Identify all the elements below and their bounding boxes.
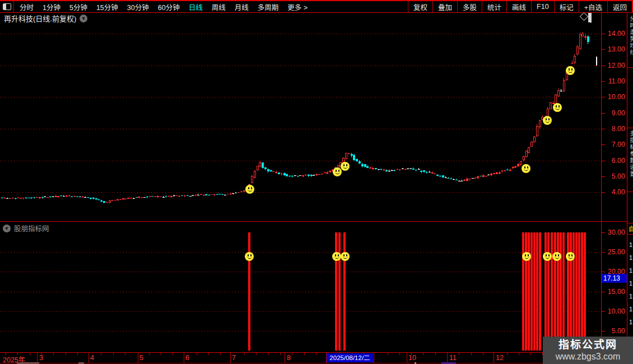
candle <box>46 197 49 198</box>
candle <box>324 172 326 173</box>
candle <box>321 174 323 174</box>
indicator-label-5.00: 5.00 <box>606 327 625 335</box>
menu-button-5[interactable]: 画线 <box>506 1 531 12</box>
candle <box>487 175 490 175</box>
menu-button-6[interactable]: F10 <box>531 1 554 12</box>
candle <box>87 197 89 198</box>
candle <box>463 180 466 181</box>
smiley-mouth <box>545 119 550 123</box>
chevron-down-icon[interactable]: ▼ <box>80 15 87 22</box>
menu-button-2[interactable]: 叠加 <box>432 1 457 12</box>
tab-timeframe-4[interactable]: 15分钟 <box>92 2 123 12</box>
candle <box>420 171 422 172</box>
tab-timeframe-7[interactable]: 日线 <box>184 2 207 12</box>
tab-timeframe-1[interactable]: 分时 <box>15 2 38 12</box>
indicator-panel[interactable] <box>0 232 601 352</box>
panel-separator-line <box>0 221 627 222</box>
signal-bar <box>533 232 536 351</box>
menu-button-8[interactable]: +自选 <box>579 1 607 12</box>
candle <box>313 175 315 176</box>
candle <box>299 175 301 176</box>
indicator-gridline <box>0 311 601 312</box>
week-tick <box>77 353 78 355</box>
chevron-down-icon[interactable]: ▼ <box>3 225 11 232</box>
indicator-value-box: 17.13 <box>602 274 627 283</box>
candle <box>33 197 35 198</box>
clipped-quote-digit: 1 <box>629 280 632 287</box>
tab-timeframe-6[interactable]: 60分钟 <box>153 2 184 12</box>
tab-timeframe-10[interactable]: 多周期 <box>253 2 283 12</box>
candle <box>73 196 76 197</box>
menu-button-4[interactable]: 统计 <box>482 1 506 12</box>
candle <box>512 167 514 168</box>
price-gridline <box>0 66 601 66</box>
candle <box>257 166 259 170</box>
candle <box>173 195 175 196</box>
candle <box>426 172 428 173</box>
candle <box>504 170 506 171</box>
signal-bar <box>335 232 337 351</box>
tab-timeframe-5[interactable]: 30分钟 <box>123 2 153 12</box>
candle <box>259 162 261 166</box>
timeframe-menu: 分时1分钟5分钟15分钟30分钟60分钟日线周线月线多周期更多 > <box>14 2 312 12</box>
candle <box>68 195 71 196</box>
layout-toggle-button[interactable] <box>0 1 14 12</box>
candle <box>383 170 385 170</box>
price-gridline <box>0 161 601 161</box>
candle <box>378 169 380 170</box>
menu-button-3[interactable]: 多股 <box>457 1 482 12</box>
candle <box>181 195 183 196</box>
tab-timeframe-3[interactable]: 5分钟 <box>65 2 92 12</box>
candle <box>30 198 32 198</box>
candlestick-chart[interactable] <box>0 11 601 221</box>
candle <box>399 170 401 170</box>
menu-button-9[interactable]: 返回 <box>607 1 632 12</box>
right-sidebar-strip[interactable]: 分时走势均线多指标参数设置自1111111 <box>627 0 633 364</box>
candle <box>187 195 189 197</box>
sidebar-tab-1[interactable]: 分时走势均线 <box>629 16 633 66</box>
candle <box>480 176 482 176</box>
sidebar-tab-2[interactable]: 多指标参数设置 <box>629 130 633 190</box>
tab-timeframe-2[interactable]: 1分钟 <box>38 2 65 12</box>
week-tick <box>304 353 305 355</box>
menu-button-1[interactable]: 复权 <box>408 1 432 12</box>
smiley-signal-icon <box>522 252 531 261</box>
axis-tick <box>602 113 605 114</box>
candle <box>218 194 221 194</box>
smiley-signal-icon <box>245 252 254 261</box>
candle <box>509 170 511 171</box>
price-label-8.00: 8.00 <box>606 125 625 133</box>
candle <box>100 200 103 202</box>
week-tick <box>280 353 281 355</box>
candle <box>189 196 192 197</box>
candle <box>539 120 541 127</box>
smiley-mouth <box>247 255 252 259</box>
tab-timeframe-8[interactable]: 周线 <box>207 2 230 12</box>
clipped-quote-digit: 1 <box>629 319 632 325</box>
candle <box>114 200 116 200</box>
smiley-signal-icon <box>245 185 254 194</box>
candle <box>3 198 6 198</box>
candle <box>167 196 170 197</box>
price-gridline <box>0 192 601 193</box>
signal-bar <box>575 232 578 351</box>
price-label-4.00: 4.00 <box>606 188 625 196</box>
tab-timeframe-11[interactable]: 更多 > <box>283 2 312 12</box>
panel-toggle-icon[interactable] <box>590 13 592 23</box>
menu-button-7[interactable]: 标记 <box>554 1 579 12</box>
candle <box>25 198 27 199</box>
candle <box>326 172 328 174</box>
candle <box>404 169 407 170</box>
week-tick <box>173 353 173 355</box>
smiley-signal-icon <box>341 162 350 171</box>
candle <box>262 162 264 167</box>
watermark-title: 指标公式网 <box>558 339 617 351</box>
candle <box>267 169 269 172</box>
candle <box>407 169 409 169</box>
axis-tick <box>602 34 605 34</box>
tab-timeframe-9[interactable]: 月线 <box>230 2 253 12</box>
month-label-4: 4 <box>90 354 94 362</box>
week-tick <box>53 353 54 355</box>
smiley-signal-icon <box>522 164 530 173</box>
candle <box>496 172 498 174</box>
